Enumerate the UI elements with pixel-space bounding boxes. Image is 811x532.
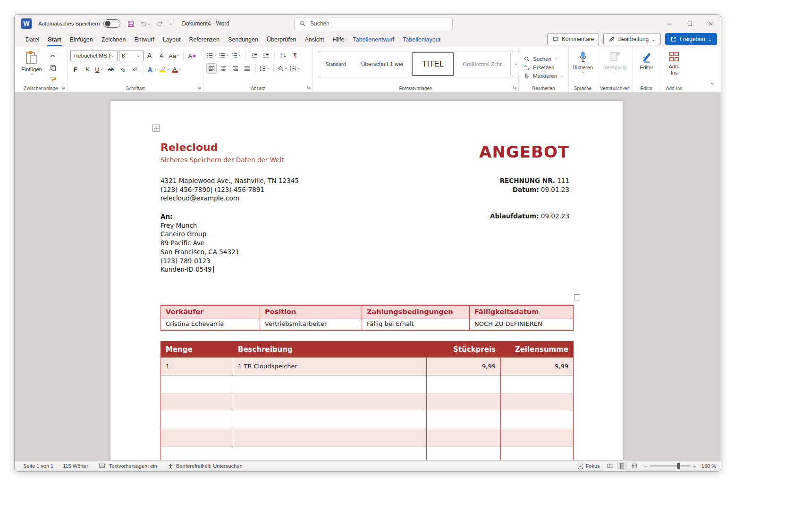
dictate-button[interactable]: Diktieren	[569, 50, 597, 84]
style-standard[interactable]: Standard	[318, 51, 354, 77]
table-row-empty[interactable]	[161, 447, 574, 461]
tab-zeichnen[interactable]: Zeichnen	[97, 34, 130, 45]
table-row-empty[interactable]	[161, 411, 574, 429]
style-titel[interactable]: TITEL	[412, 52, 454, 76]
bold-icon[interactable]: F	[70, 64, 81, 75]
find-button[interactable]: Suchen	[524, 56, 564, 62]
format-painter-icon[interactable]	[48, 75, 58, 84]
document-area[interactable]: Relecloud Sicheres Speichern der Daten d…	[15, 92, 721, 460]
undo-icon[interactable]	[140, 20, 152, 27]
table-row[interactable]: 1 1 TB Cloudspeicher 9,99 9,99	[161, 357, 574, 375]
zoom-slider[interactable]: − +	[644, 463, 697, 470]
word-count[interactable]: 115 Wörter	[63, 463, 88, 469]
customize-qat-icon[interactable]	[169, 21, 173, 26]
save-icon[interactable]	[127, 20, 135, 28]
align-right-icon[interactable]	[230, 63, 240, 74]
tab-referenzen[interactable]: Referenzen	[185, 34, 224, 45]
tab-ansicht[interactable]: Ansicht	[301, 34, 329, 45]
tab-entwurf[interactable]: Entwurf	[130, 34, 158, 45]
document-page[interactable]: Relecloud Sicheres Speichern der Daten d…	[110, 101, 623, 460]
close-button[interactable]	[700, 15, 721, 33]
accessibility-status[interactable]: Barrierefreiheit: Untersuchen	[168, 463, 243, 469]
select-button[interactable]: Markieren	[524, 73, 564, 79]
web-layout-icon[interactable]	[629, 462, 640, 470]
proofing-icon[interactable]	[99, 463, 105, 469]
tab-einfuegen[interactable]: Einfügen	[66, 34, 97, 45]
styles-dialog-launcher[interactable]	[513, 83, 517, 91]
replace-button[interactable]: Ersetzen	[524, 64, 564, 71]
minimize-button[interactable]	[659, 15, 679, 33]
text-effects-icon[interactable]	[147, 64, 158, 75]
grow-font-icon[interactable]: Aˆ	[145, 50, 155, 61]
font-name-select[interactable]: Trebuchet MS (Te	[70, 50, 118, 61]
multilevel-list-icon[interactable]	[231, 50, 242, 60]
cut-icon[interactable]: ✂	[48, 51, 58, 60]
sort-icon[interactable]	[278, 50, 288, 60]
autosave-toggle[interactable]	[103, 19, 120, 28]
copy-icon[interactable]	[48, 63, 58, 72]
comments-button[interactable]: Kommentare	[547, 33, 600, 45]
font-size-select[interactable]: 8	[119, 50, 144, 61]
change-case-icon[interactable]: Aa	[169, 50, 180, 61]
shrink-font-icon[interactable]: Aˇ	[157, 50, 167, 61]
maximize-button[interactable]	[679, 15, 700, 33]
page-indicator[interactable]: Seite 1 von 1	[23, 463, 53, 469]
clipboard-dialog-launcher[interactable]	[61, 83, 66, 91]
redo-icon[interactable]	[156, 20, 164, 27]
search-input[interactable]: Suchen	[294, 17, 453, 30]
tab-start[interactable]: Start	[43, 34, 65, 45]
tab-ueberpruefen[interactable]: Überprüfen	[262, 34, 301, 45]
tab-datei[interactable]: Datei	[21, 34, 43, 45]
align-left-icon[interactable]	[206, 63, 217, 74]
tab-tabellenlayout[interactable]: Tabellenlayout	[398, 34, 445, 45]
zoom-in-icon[interactable]: +	[693, 463, 697, 470]
increase-indent-icon[interactable]	[261, 50, 271, 60]
editing-mode-button[interactable]: Bearbeitung ⌄	[603, 33, 660, 45]
table-row-empty[interactable]	[161, 375, 574, 393]
numbered-list-icon[interactable]	[219, 50, 229, 60]
strikethrough-icon[interactable]: ab	[106, 64, 116, 75]
zoom-level[interactable]: 150 %	[701, 463, 716, 469]
seller-info-table[interactable]: Verkäufer Position Zahlungsbedingungen F…	[161, 305, 574, 331]
clear-formatting-icon[interactable]: A◆	[187, 50, 197, 61]
collapse-ribbon-icon[interactable]	[710, 80, 715, 88]
subscript-icon[interactable]: x₂	[118, 64, 128, 75]
font-color-icon[interactable]: A	[171, 64, 182, 75]
editor-button[interactable]: Editor	[636, 50, 657, 84]
highlight-color-icon[interactable]	[159, 64, 170, 75]
style-ueberschrift1[interactable]: Überschrift 1 wei	[354, 51, 411, 77]
paragraph-dialog-launcher[interactable]	[307, 83, 311, 91]
table-row[interactable]: Cristina Echevarría Vertriebsmitarbeiter…	[161, 318, 574, 330]
table-move-handle-icon[interactable]	[152, 125, 160, 132]
font-dialog-launcher[interactable]	[197, 83, 202, 91]
read-mode-icon[interactable]	[605, 462, 615, 470]
line-spacing-icon[interactable]	[259, 63, 270, 74]
tab-sendungen[interactable]: Sendungen	[224, 34, 262, 45]
focus-mode-button[interactable]: Fokus	[577, 463, 600, 469]
underline-icon[interactable]: U	[94, 64, 104, 75]
table-row-empty[interactable]	[161, 393, 574, 411]
align-center-icon[interactable]	[218, 63, 228, 74]
style-grussformel[interactable]: Großformel Zchn	[455, 51, 510, 77]
zoom-out-icon[interactable]: −	[644, 463, 648, 470]
zoom-slider-thumb[interactable]	[677, 463, 680, 469]
text-predictions[interactable]: Textvorhersagen: ein	[109, 463, 157, 469]
superscript-icon[interactable]: x²	[129, 64, 140, 75]
addins-button[interactable]: Add-Ins	[665, 50, 684, 84]
justify-icon[interactable]	[242, 63, 252, 74]
shading-icon[interactable]	[277, 63, 288, 74]
print-layout-icon[interactable]	[617, 462, 627, 470]
tab-tabellenentwurf[interactable]: Tabellenentwurf	[349, 34, 399, 45]
show-paragraph-marks-icon[interactable]: ¶	[290, 50, 300, 60]
word-logo[interactable]: W	[21, 18, 32, 29]
line-items-table[interactable]: Menge Beschreibung Stückpreis Zeilensumm…	[161, 341, 574, 460]
tab-layout[interactable]: Layout	[159, 34, 185, 45]
borders-icon[interactable]	[289, 63, 300, 74]
italic-icon[interactable]: K	[82, 64, 93, 75]
paste-button[interactable]: Einfügen	[19, 50, 44, 84]
bullet-list-icon[interactable]	[206, 50, 217, 60]
share-button[interactable]: Freigeben ⌄	[665, 33, 717, 45]
decrease-indent-icon[interactable]	[249, 50, 259, 60]
tab-hilfe[interactable]: Hilfe	[329, 34, 349, 45]
table-row-empty[interactable]	[161, 429, 574, 447]
